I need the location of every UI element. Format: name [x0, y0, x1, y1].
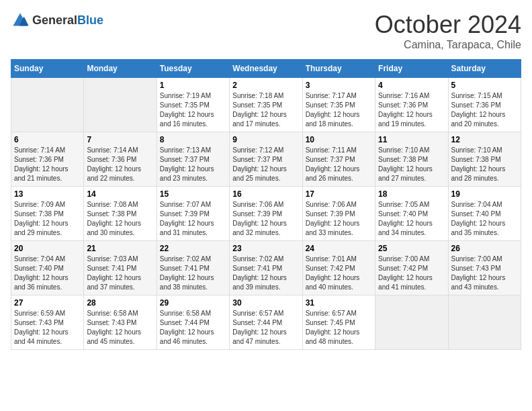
calendar-week-row: 6Sunrise: 7:14 AMSunset: 7:36 PMDaylight…: [11, 132, 521, 187]
logo-blue: Blue: [77, 13, 103, 27]
day-detail: Sunrise: 7:18 AMSunset: 7:35 PMDaylight:…: [232, 91, 299, 129]
calendar-cell: 7Sunrise: 7:14 AMSunset: 7:36 PMDaylight…: [84, 132, 157, 187]
calendar-cell: 20Sunrise: 7:04 AMSunset: 7:40 PMDayligh…: [11, 241, 84, 295]
day-number: 7: [87, 135, 153, 144]
calendar-cell: 1Sunrise: 7:19 AMSunset: 7:35 PMDaylight…: [157, 78, 229, 132]
calendar-cell: 6Sunrise: 7:14 AMSunset: 7:36 PMDaylight…: [11, 132, 84, 187]
day-number: 26: [451, 244, 518, 253]
day-detail: Sunrise: 6:58 AMSunset: 7:44 PMDaylight:…: [160, 309, 226, 347]
day-number: 8: [160, 135, 226, 144]
day-detail: Sunrise: 7:08 AMSunset: 7:38 PMDaylight:…: [87, 200, 153, 238]
day-number: 28: [87, 298, 153, 308]
weekday-header-monday: Monday: [84, 60, 157, 78]
day-number: 12: [451, 135, 518, 144]
day-detail: Sunrise: 7:06 AMSunset: 7:39 PMDaylight:…: [306, 200, 372, 238]
day-detail: Sunrise: 7:16 AMSunset: 7:36 PMDaylight:…: [378, 91, 445, 129]
calendar-cell: 30Sunrise: 6:57 AMSunset: 7:44 PMDayligh…: [230, 295, 302, 350]
day-number: 21: [87, 244, 153, 253]
calendar-cell: 29Sunrise: 6:58 AMSunset: 7:44 PMDayligh…: [157, 295, 229, 350]
calendar-cell: 28Sunrise: 6:58 AMSunset: 7:43 PMDayligh…: [84, 295, 157, 350]
day-number: 2: [232, 81, 299, 90]
weekday-header-sunday: Sunday: [11, 60, 84, 78]
calendar-cell: 14Sunrise: 7:08 AMSunset: 7:38 PMDayligh…: [84, 187, 157, 241]
day-detail: Sunrise: 7:02 AMSunset: 7:41 PMDaylight:…: [160, 255, 226, 292]
day-number: 22: [160, 244, 226, 253]
logo-icon: [11, 11, 30, 30]
logo-text: GeneralBlue: [32, 13, 103, 28]
day-number: 4: [378, 81, 445, 90]
calendar-cell: 17Sunrise: 7:06 AMSunset: 7:39 PMDayligh…: [302, 187, 375, 241]
day-number: 25: [378, 244, 445, 253]
calendar-cell: 12Sunrise: 7:10 AMSunset: 7:38 PMDayligh…: [448, 132, 521, 187]
day-number: 29: [160, 298, 226, 308]
day-detail: Sunrise: 7:03 AMSunset: 7:41 PMDaylight:…: [87, 255, 153, 292]
calendar-cell: 23Sunrise: 7:02 AMSunset: 7:41 PMDayligh…: [230, 241, 302, 295]
day-detail: Sunrise: 7:04 AMSunset: 7:40 PMDaylight:…: [14, 255, 81, 292]
day-detail: Sunrise: 7:15 AMSunset: 7:36 PMDaylight:…: [451, 91, 518, 129]
day-detail: Sunrise: 7:09 AMSunset: 7:38 PMDaylight:…: [14, 200, 81, 238]
calendar-cell: 3Sunrise: 7:17 AMSunset: 7:35 PMDaylight…: [302, 78, 375, 132]
day-detail: Sunrise: 7:12 AMSunset: 7:37 PMDaylight:…: [232, 146, 299, 183]
day-number: 9: [232, 135, 299, 144]
day-detail: Sunrise: 7:05 AMSunset: 7:40 PMDaylight:…: [378, 200, 445, 238]
calendar-cell: 5Sunrise: 7:15 AMSunset: 7:36 PMDaylight…: [448, 78, 521, 132]
calendar-cell: 2Sunrise: 7:18 AMSunset: 7:35 PMDaylight…: [230, 78, 302, 132]
weekday-header-wednesday: Wednesday: [230, 60, 302, 78]
day-detail: Sunrise: 7:13 AMSunset: 7:37 PMDaylight:…: [160, 146, 226, 183]
day-number: 18: [378, 189, 445, 199]
calendar-cell: 13Sunrise: 7:09 AMSunset: 7:38 PMDayligh…: [11, 187, 84, 241]
calendar-cell: [84, 78, 157, 132]
day-number: 16: [232, 189, 299, 199]
calendar-cell: 16Sunrise: 7:06 AMSunset: 7:39 PMDayligh…: [230, 187, 302, 241]
day-detail: Sunrise: 7:10 AMSunset: 7:38 PMDaylight:…: [378, 146, 445, 183]
day-detail: Sunrise: 6:58 AMSunset: 7:43 PMDaylight:…: [87, 309, 153, 347]
calendar-cell: 25Sunrise: 7:00 AMSunset: 7:42 PMDayligh…: [375, 241, 448, 295]
day-number: 3: [306, 81, 372, 90]
logo-general: General: [32, 13, 77, 27]
day-number: 13: [14, 189, 81, 199]
day-number: 27: [14, 298, 81, 308]
day-detail: Sunrise: 6:57 AMSunset: 7:44 PMDaylight:…: [232, 309, 299, 347]
day-number: 14: [87, 189, 153, 199]
calendar-cell: 27Sunrise: 6:59 AMSunset: 7:43 PMDayligh…: [11, 295, 84, 350]
day-number: 1: [160, 81, 226, 90]
calendar-cell: [375, 295, 448, 350]
calendar-cell: 31Sunrise: 6:57 AMSunset: 7:45 PMDayligh…: [302, 295, 375, 350]
logo: GeneralBlue: [11, 11, 103, 30]
day-detail: Sunrise: 6:59 AMSunset: 7:43 PMDaylight:…: [14, 309, 81, 347]
calendar-cell: 24Sunrise: 7:01 AMSunset: 7:42 PMDayligh…: [302, 241, 375, 295]
day-detail: Sunrise: 7:14 AMSunset: 7:36 PMDaylight:…: [87, 146, 153, 183]
day-detail: Sunrise: 7:04 AMSunset: 7:40 PMDaylight:…: [451, 200, 518, 238]
calendar-cell: 19Sunrise: 7:04 AMSunset: 7:40 PMDayligh…: [448, 187, 521, 241]
calendar-cell: 10Sunrise: 7:11 AMSunset: 7:37 PMDayligh…: [302, 132, 375, 187]
day-detail: Sunrise: 7:17 AMSunset: 7:35 PMDaylight:…: [306, 91, 372, 129]
calendar-week-row: 20Sunrise: 7:04 AMSunset: 7:40 PMDayligh…: [11, 241, 521, 295]
calendar-cell: 22Sunrise: 7:02 AMSunset: 7:41 PMDayligh…: [157, 241, 229, 295]
day-number: 23: [232, 244, 299, 253]
calendar-cell: 4Sunrise: 7:16 AMSunset: 7:36 PMDaylight…: [375, 78, 448, 132]
page-header: GeneralBlue October 2024 Camina, Tarapac…: [11, 11, 521, 51]
calendar-cell: 18Sunrise: 7:05 AMSunset: 7:40 PMDayligh…: [375, 187, 448, 241]
day-number: 30: [232, 298, 299, 308]
day-detail: Sunrise: 7:02 AMSunset: 7:41 PMDaylight:…: [232, 255, 299, 292]
calendar-week-row: 13Sunrise: 7:09 AMSunset: 7:38 PMDayligh…: [11, 187, 521, 241]
day-number: 6: [14, 135, 81, 144]
day-detail: Sunrise: 7:01 AMSunset: 7:42 PMDaylight:…: [306, 255, 372, 292]
title-block: October 2024 Camina, Tarapaca, Chile: [375, 11, 521, 51]
weekday-header-tuesday: Tuesday: [157, 60, 229, 78]
day-detail: Sunrise: 7:10 AMSunset: 7:38 PMDaylight:…: [451, 146, 518, 183]
calendar-cell: 9Sunrise: 7:12 AMSunset: 7:37 PMDaylight…: [230, 132, 302, 187]
day-detail: Sunrise: 7:14 AMSunset: 7:36 PMDaylight:…: [14, 146, 81, 183]
day-detail: Sunrise: 7:11 AMSunset: 7:37 PMDaylight:…: [306, 146, 372, 183]
day-detail: Sunrise: 7:06 AMSunset: 7:39 PMDaylight:…: [232, 200, 299, 238]
day-number: 5: [451, 81, 518, 90]
calendar-cell: 11Sunrise: 7:10 AMSunset: 7:38 PMDayligh…: [375, 132, 448, 187]
weekday-header-saturday: Saturday: [448, 60, 521, 78]
day-number: 15: [160, 189, 226, 199]
day-number: 17: [306, 189, 372, 199]
calendar-week-row: 1Sunrise: 7:19 AMSunset: 7:35 PMDaylight…: [11, 78, 521, 132]
weekday-header-thursday: Thursday: [302, 60, 375, 78]
day-number: 10: [306, 135, 372, 144]
location-title: Camina, Tarapaca, Chile: [375, 39, 521, 51]
calendar-table: SundayMondayTuesdayWednesdayThursdayFrid…: [11, 59, 521, 350]
